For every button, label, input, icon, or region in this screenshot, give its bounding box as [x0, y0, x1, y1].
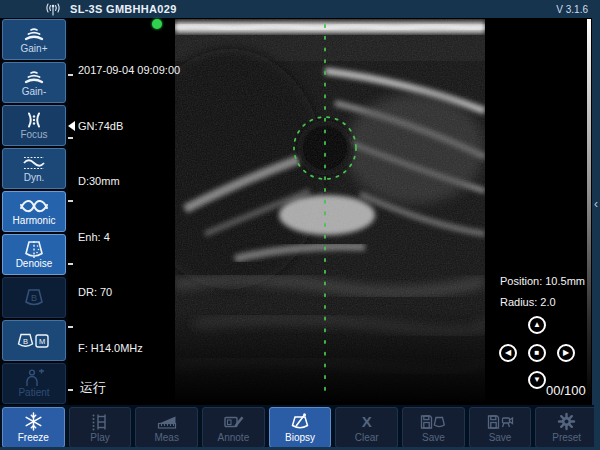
active-indicator-dot	[152, 19, 162, 29]
annotation-pencil-icon	[221, 412, 245, 431]
gain-plus-button[interactable]: Gain+	[2, 19, 66, 60]
bm-mode-icon: B M	[17, 332, 51, 350]
button-label: Preset	[552, 432, 581, 443]
button-label: Freeze	[18, 432, 49, 443]
move-up-button[interactable]: ▲	[528, 316, 546, 334]
denoise-probe-icon	[21, 240, 47, 258]
annotate-button[interactable]: Annote	[202, 407, 265, 448]
freeze-button[interactable]: Freeze	[2, 407, 65, 448]
depth-ruler-tick	[68, 200, 73, 202]
svg-text:B: B	[23, 336, 28, 345]
save-video-icon	[486, 412, 514, 431]
button-label: Annote	[218, 432, 250, 443]
scan-parameters: 2017-09-04 09:09:00 GN:74dB D:30mm Enh: …	[78, 24, 180, 394]
gain-decrease-icon	[21, 68, 47, 86]
harmonic-wave-icon	[19, 197, 49, 215]
gain-value: GN:74dB	[78, 117, 180, 136]
collapse-chevron-icon[interactable]: ‹	[592, 198, 600, 210]
gain-minus-button[interactable]: Gain-	[2, 62, 66, 103]
version-label: V 3.1.6	[556, 4, 588, 15]
bm-mode-button[interactable]: B M	[2, 320, 66, 361]
button-label: Gain-	[22, 87, 46, 97]
measure-button[interactable]: Meas	[135, 407, 198, 448]
button-label: Dyn.	[24, 173, 45, 183]
down-arrow-icon: ▼	[533, 376, 541, 384]
bottom-toolbar: Freeze Play	[0, 405, 600, 450]
window-edge	[594, 405, 600, 450]
move-down-button[interactable]: ▼	[528, 371, 546, 389]
move-left-button[interactable]: ◀	[499, 344, 517, 362]
denoise-button[interactable]: Denoise	[2, 234, 66, 275]
button-label: Meas	[154, 432, 178, 443]
biopsy-position-value: Position: 10.5mm	[500, 275, 585, 287]
up-arrow-icon: ▲	[533, 321, 541, 329]
clear-button[interactable]: X Clear	[335, 407, 398, 448]
timestamp: 2017-09-04 09:09:00	[78, 61, 180, 80]
b-mode-button[interactable]: B	[2, 277, 66, 318]
enhance-value: Enh: 4	[78, 228, 180, 247]
depth-ruler-tick	[68, 326, 73, 328]
button-label: Patient	[18, 388, 49, 398]
clear-x-icon: X	[362, 412, 372, 431]
image-area: 2017-09-04 09:09:00 GN:74dB D:30mm Enh: …	[68, 18, 592, 405]
play-button[interactable]: Play	[69, 407, 132, 448]
biopsy-radius-value: Radius: 2.0	[500, 296, 556, 308]
dynamic-range-icon	[22, 154, 46, 172]
focus-icon	[22, 111, 46, 129]
panel-collapse-strip[interactable]: ‹	[592, 18, 600, 405]
focus-button[interactable]: Focus	[2, 105, 66, 146]
gain-increase-icon	[21, 25, 47, 43]
biopsy-button[interactable]: Biopsy	[269, 407, 332, 448]
svg-text:M: M	[39, 337, 45, 346]
biopsy-needle-icon	[288, 412, 312, 431]
button-label: Clear	[355, 432, 379, 443]
dynamic-range-value: DR: 70	[78, 283, 180, 302]
b-mode-icon: B	[21, 289, 47, 307]
preset-button[interactable]: Preset	[535, 407, 598, 448]
save-video-button[interactable]: Save	[469, 407, 532, 448]
ultrasound-image[interactable]	[175, 19, 485, 402]
save-image-button[interactable]: Save	[402, 407, 465, 448]
right-arrow-icon: ▶	[563, 349, 569, 357]
ultrasound-app-window: SL-3S GMBHHA029 V 3.1.6 Gain+	[0, 0, 600, 450]
left-arrow-icon: ◀	[505, 349, 511, 357]
save-image-icon	[419, 412, 447, 431]
stop-square-icon: ■	[535, 349, 540, 357]
film-strip-icon	[89, 412, 111, 431]
depth-ruler-tick	[68, 389, 73, 391]
grayscale-map-bar	[587, 19, 591, 402]
harmonic-button[interactable]: Harmonic	[2, 191, 66, 232]
run-status-text: 运行	[80, 379, 106, 397]
snowflake-icon	[24, 412, 43, 431]
depth-value: D:30mm	[78, 172, 180, 191]
ruler-icon	[155, 412, 179, 431]
center-stop-button[interactable]: ■	[528, 344, 546, 362]
frequency-value: F: H14.0MHz	[78, 339, 180, 358]
depth-ruler-tick	[68, 74, 73, 76]
button-label: Denoise	[16, 259, 53, 269]
device-title: SL-3S GMBHHA029	[70, 3, 177, 15]
left-toolbar: Gain+ Gain-	[0, 18, 68, 405]
patient-icon	[22, 369, 46, 387]
patient-button[interactable]: Patient	[2, 363, 66, 404]
antenna-signal-icon	[45, 3, 61, 16]
button-label: Biopsy	[285, 432, 315, 443]
button-label: Save	[422, 432, 445, 443]
button-label: Gain+	[21, 44, 48, 54]
button-label: Play	[90, 432, 109, 443]
svg-text:B: B	[31, 293, 37, 303]
focus-marker-icon	[68, 121, 75, 131]
depth-ruler-tick	[68, 137, 73, 139]
depth-ruler-tick	[68, 263, 73, 265]
gear-icon	[557, 412, 576, 431]
title-bar: SL-3S GMBHHA029 V 3.1.6	[0, 0, 600, 18]
move-right-button[interactable]: ▶	[557, 344, 575, 362]
button-label: Harmonic	[13, 216, 56, 226]
dynamic-range-button[interactable]: Dyn.	[2, 148, 66, 189]
button-label: Focus	[20, 130, 47, 140]
frame-counter: 00/100	[546, 383, 586, 398]
button-label: Save	[489, 432, 512, 443]
